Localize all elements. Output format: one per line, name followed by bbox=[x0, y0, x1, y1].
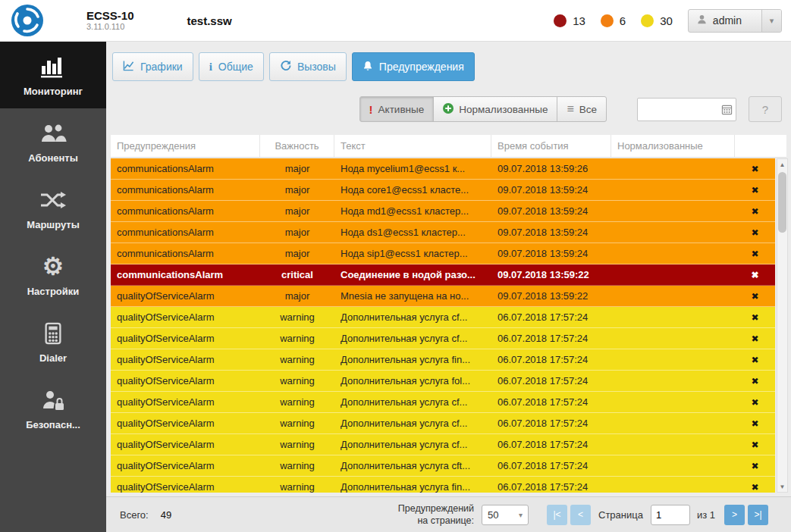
column-header-text[interactable]: Текст bbox=[334, 135, 491, 157]
prev-page-button[interactable]: < bbox=[570, 505, 591, 525]
tab-label: Общие bbox=[218, 61, 253, 73]
open-file-tab[interactable]: test.ssw bbox=[187, 14, 232, 27]
close-icon[interactable]: ✖ bbox=[751, 185, 758, 196]
table-row[interactable]: qualityOfServiceAlarmwarningДополнительн… bbox=[111, 349, 775, 371]
cell-severity: major bbox=[260, 205, 334, 217]
sidebar-item-subscribers[interactable]: Абоненты bbox=[0, 108, 106, 175]
table-row[interactable]: qualityOfServiceAlarmwarningДополнительн… bbox=[111, 307, 775, 328]
close-icon[interactable]: ✖ bbox=[751, 482, 758, 493]
counter-value: 13 bbox=[573, 14, 585, 27]
sidebar-item-dialer[interactable]: Dialer bbox=[0, 308, 106, 375]
table-row[interactable]: qualityOfServiceAlarmwarningДополнительн… bbox=[111, 434, 775, 455]
cell-actions: ✖ bbox=[735, 333, 775, 344]
column-header-alarms[interactable]: Предупреждения bbox=[111, 135, 260, 157]
table-row[interactable]: qualityOfServiceAlarmwarningДополнительн… bbox=[111, 455, 775, 477]
cell-event-time: 09.07.2018 13:59:26 bbox=[491, 163, 611, 174]
table-row[interactable]: communicationsAlarmmajorНода ds1@ecss1 к… bbox=[111, 222, 775, 243]
table-row[interactable]: qualityOfServiceAlarmwarningДополнительн… bbox=[111, 371, 775, 392]
cell-alarm-type: communicationsAlarm bbox=[111, 248, 260, 259]
table-row[interactable]: qualityOfServiceAlarmmajorMnesia не запу… bbox=[111, 286, 775, 307]
cell-text: Mnesia не запущена на но... bbox=[334, 290, 491, 302]
sidebar-item-routes[interactable]: Маршруты bbox=[0, 175, 106, 242]
table-scrollbar[interactable]: ▲ ▼ bbox=[777, 158, 788, 493]
alarm-counter-major[interactable]: 6 bbox=[601, 14, 626, 27]
last-page-button[interactable]: >| bbox=[748, 505, 768, 525]
close-icon[interactable]: ✖ bbox=[751, 249, 758, 259]
cell-text: Дополнительная услуга fin... bbox=[334, 481, 491, 493]
dialer-icon bbox=[42, 321, 64, 346]
table-row[interactable]: communicationsAlarmmajorНода md1@ecss1 к… bbox=[111, 201, 775, 222]
cell-event-time: 06.07.2018 17:57:24 bbox=[491, 439, 611, 450]
cell-text: Дополнительная услуга cf... bbox=[334, 311, 491, 323]
cell-actions: ✖ bbox=[735, 205, 775, 217]
first-page-button[interactable]: |< bbox=[547, 505, 567, 525]
close-icon[interactable]: ✖ bbox=[751, 355, 758, 365]
page-number-input[interactable] bbox=[651, 505, 690, 525]
cell-alarm-type: qualityOfServiceAlarm bbox=[111, 418, 260, 429]
close-icon[interactable]: ✖ bbox=[751, 397, 758, 408]
tab-charts[interactable]: Графики bbox=[112, 52, 193, 81]
cell-severity: warning bbox=[260, 375, 334, 386]
table-row[interactable]: communicationsAlarmmajorНода mycelium1@e… bbox=[111, 158, 775, 180]
per-page-select[interactable]: 50 ▾ bbox=[482, 505, 529, 525]
tab-general[interactable]: i Общие bbox=[199, 52, 264, 81]
close-icon[interactable]: ✖ bbox=[751, 312, 758, 323]
close-icon[interactable]: ✖ bbox=[751, 227, 758, 238]
column-header-severity[interactable]: Важность bbox=[260, 135, 334, 157]
sidebar-item-settings[interactable]: ⚙ Настройки bbox=[0, 242, 106, 308]
table-footer: Всего: 49 Предупреждений на странице: 50… bbox=[106, 496, 791, 532]
table-row[interactable]: communicationsAlarmmajorНода core1@ecss1… bbox=[111, 180, 775, 201]
column-header-event-time[interactable]: Время события bbox=[491, 135, 611, 157]
filter-active-button[interactable]: ! Активные bbox=[359, 96, 435, 122]
close-icon[interactable]: ✖ bbox=[751, 440, 758, 450]
alarm-counter-critical[interactable]: 13 bbox=[554, 14, 585, 27]
cell-text: Соединение в нодой разо... bbox=[334, 269, 491, 280]
tab-label: Графики bbox=[140, 61, 183, 73]
close-icon[interactable]: ✖ bbox=[751, 206, 758, 217]
cell-event-time: 09.07.2018 13:59:24 bbox=[491, 227, 611, 238]
next-page-button[interactable]: > bbox=[724, 505, 745, 525]
tab-calls[interactable]: Вызовы bbox=[269, 52, 347, 81]
scrollbar-thumb[interactable] bbox=[778, 172, 786, 233]
sidebar: Мониторинг Абоненты Марш bbox=[0, 42, 106, 532]
cell-actions: ✖ bbox=[735, 311, 775, 323]
user-caret-icon[interactable]: ▾ bbox=[761, 10, 781, 32]
table-row[interactable]: communicationsAlarmcriticalСоединение в … bbox=[111, 264, 775, 286]
close-icon[interactable]: ✖ bbox=[751, 333, 758, 344]
cell-alarm-type: qualityOfServiceAlarm bbox=[111, 311, 260, 323]
settings-icon: ⚙ bbox=[42, 254, 64, 280]
scroll-up-icon[interactable]: ▲ bbox=[777, 159, 787, 170]
plus-circle-icon bbox=[443, 103, 454, 116]
cell-text: Нода core1@ecss1 класте... bbox=[334, 184, 491, 196]
date-input[interactable] bbox=[638, 99, 717, 120]
table-row[interactable]: qualityOfServiceAlarmwarningДополнительн… bbox=[111, 328, 775, 349]
close-icon[interactable]: ✖ bbox=[751, 376, 758, 386]
cell-alarm-type: qualityOfServiceAlarm bbox=[111, 396, 260, 408]
table-row[interactable]: qualityOfServiceAlarmwarningДополнительн… bbox=[111, 477, 775, 493]
cell-alarm-type: communicationsAlarm bbox=[111, 163, 260, 174]
help-button[interactable]: ? bbox=[749, 96, 782, 122]
table-row[interactable]: qualityOfServiceAlarmwarningДополнительн… bbox=[111, 413, 775, 434]
filter-all-button[interactable]: ≡ Все bbox=[557, 96, 607, 122]
cell-alarm-type: qualityOfServiceAlarm bbox=[111, 375, 260, 386]
sidebar-item-monitoring[interactable]: Мониторинг bbox=[0, 42, 106, 108]
close-icon[interactable]: ✖ bbox=[751, 270, 758, 280]
close-icon[interactable]: ✖ bbox=[751, 418, 758, 429]
calendar-icon[interactable] bbox=[717, 104, 736, 115]
cell-severity: warning bbox=[260, 396, 334, 408]
cell-event-time: 06.07.2018 17:57:24 bbox=[491, 354, 611, 365]
scroll-down-icon[interactable]: ▼ bbox=[777, 481, 787, 492]
close-icon[interactable]: ✖ bbox=[751, 461, 758, 471]
filter-normalized-button[interactable]: Нормализованные bbox=[433, 96, 557, 122]
sidebar-item-security[interactable]: Безопасн... bbox=[0, 375, 106, 442]
column-header-normalized[interactable]: Нормализованные bbox=[611, 135, 735, 157]
close-icon[interactable]: ✖ bbox=[751, 291, 758, 302]
user-menu-button[interactable]: admin ▾ bbox=[688, 9, 782, 33]
table-row[interactable]: qualityOfServiceAlarmwarningДополнительн… bbox=[111, 392, 775, 413]
table-row[interactable]: communicationsAlarmmajorНода sip1@ecss1 … bbox=[111, 243, 775, 264]
close-icon[interactable]: ✖ bbox=[751, 164, 758, 174]
alarm-counter-warning[interactable]: 30 bbox=[641, 14, 673, 27]
cell-event-time: 06.07.2018 17:57:24 bbox=[491, 481, 611, 493]
tab-alerts[interactable]: Предупреждения bbox=[352, 52, 475, 81]
cell-alarm-type: qualityOfServiceAlarm bbox=[111, 354, 260, 365]
